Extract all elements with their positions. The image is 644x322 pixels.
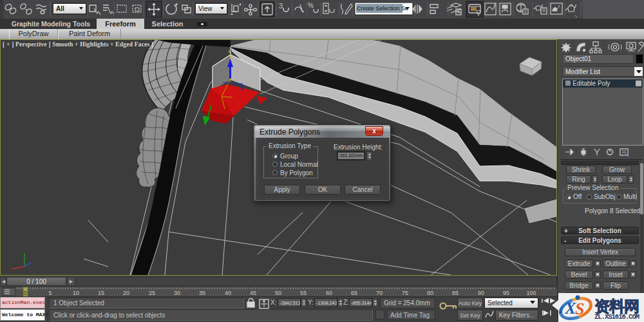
svg-text:3: 3 bbox=[279, 2, 283, 10]
svg-text:90: 90 bbox=[478, 290, 484, 296]
svg-text:View: View bbox=[198, 5, 213, 12]
svg-text:10: 10 bbox=[73, 290, 79, 296]
svg-text:All: All bbox=[56, 5, 64, 12]
svg-text:20: 20 bbox=[123, 290, 129, 296]
svg-text:85: 85 bbox=[452, 290, 459, 296]
svg-text:15: 15 bbox=[98, 290, 104, 296]
svg-text:%: % bbox=[308, 2, 314, 9]
svg-text:50: 50 bbox=[275, 290, 281, 296]
svg-text:0: 0 bbox=[23, 290, 26, 296]
svg-text:Create Selection Se: Create Selection Se bbox=[357, 5, 408, 12]
svg-text:60: 60 bbox=[326, 290, 332, 296]
svg-text:25: 25 bbox=[149, 290, 155, 296]
svg-text:S: S bbox=[575, 299, 584, 318]
svg-text:95: 95 bbox=[503, 290, 509, 296]
svg-text:z: z bbox=[228, 49, 231, 53]
svg-text:45: 45 bbox=[250, 290, 256, 296]
svg-text:65: 65 bbox=[351, 290, 357, 296]
svg-text:40: 40 bbox=[225, 290, 231, 296]
svg-text:55: 55 bbox=[300, 290, 307, 296]
svg-text:资料网: 资料网 bbox=[594, 298, 639, 315]
svg-text:30: 30 bbox=[174, 290, 180, 296]
svg-text:5: 5 bbox=[48, 290, 52, 296]
svg-text:ZL.XS1616.COM: ZL.XS1616.COM bbox=[594, 313, 639, 321]
svg-text:100: 100 bbox=[526, 290, 536, 296]
svg-text:75: 75 bbox=[402, 290, 408, 296]
svg-text:35: 35 bbox=[199, 290, 205, 296]
svg-text:80: 80 bbox=[427, 290, 433, 296]
svg-text:70: 70 bbox=[376, 290, 383, 296]
